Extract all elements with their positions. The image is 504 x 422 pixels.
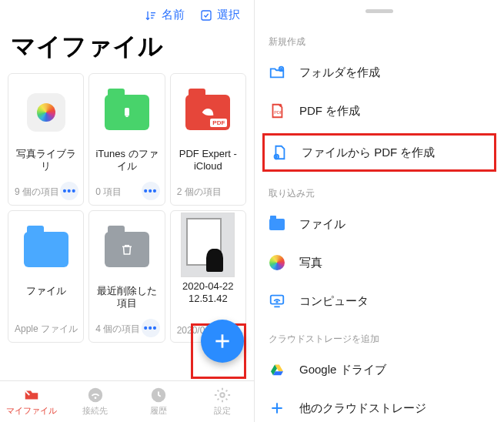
pdf-plus-icon: PDF — [269, 102, 285, 119]
tab-settings[interactable]: 設定 — [191, 381, 255, 422]
myfiles-icon — [23, 387, 40, 404]
clock-icon — [150, 387, 167, 404]
file-itunes[interactable]: iTunes のファイル 0 項目 ••• — [88, 73, 165, 206]
file-apple-files[interactable]: ファイル Apple ファイル — [8, 210, 84, 343]
svg-point-17 — [220, 393, 225, 397]
section-header-import: 取り込み元 — [255, 175, 504, 205]
svg-point-14 — [88, 388, 102, 402]
sort-icon — [145, 9, 157, 22]
check-square-icon — [200, 9, 212, 22]
import-computer[interactable]: コンピュータ — [255, 282, 504, 320]
svg-text:PDF: PDF — [274, 110, 283, 115]
folder-icon: PDF — [185, 95, 230, 130]
folder-icon — [24, 232, 68, 267]
svg-point-15 — [94, 397, 96, 399]
monitor-icon — [269, 293, 285, 310]
svg-rect-11 — [125, 116, 128, 118]
plus-icon — [212, 331, 232, 351]
select-button[interactable]: 選択 — [200, 8, 240, 22]
file-pdfexpert-icloud[interactable]: PDF PDF Expert - iCloud 2 個の項目 — [170, 73, 246, 206]
action-sheet: 新規作成 フォルダを作成 PDF PDF を作成 ファイルから PDF を作成 … — [255, 0, 504, 422]
file-browser-pane: 名前 選択 マイファイル 写真ライブラリ 9 個の項目 ••• iTunes の… — [0, 0, 255, 422]
section-header-cloud: クラウドストレージを追加 — [255, 320, 504, 350]
file-trash[interactable]: 最近削除した項目 4 個の項目 ••• — [88, 210, 165, 343]
folder-icon — [105, 95, 149, 130]
gear-icon — [214, 387, 231, 404]
svg-rect-10 — [125, 108, 129, 116]
select-label: 選択 — [217, 8, 240, 22]
import-photos[interactable]: 写真 — [255, 243, 504, 282]
photos-app-icon — [27, 93, 65, 132]
import-files[interactable]: ファイル — [255, 205, 504, 243]
toolbar: 名前 選択 — [0, 0, 254, 25]
more-button[interactable]: ••• — [142, 319, 160, 337]
folder-icon — [269, 216, 285, 233]
image-thumbnail — [181, 213, 235, 277]
folder-plus-icon — [269, 64, 285, 81]
sort-button[interactable]: 名前 — [145, 8, 185, 22]
file-plus-icon — [271, 144, 288, 161]
file-photo-library[interactable]: 写真ライブラリ 9 個の項目 ••• — [8, 73, 84, 206]
tab-myfiles[interactable]: マイファイル — [0, 381, 64, 422]
more-button[interactable]: ••• — [142, 182, 160, 200]
cloud-add-other[interactable]: 他のクラウドストレージ — [255, 389, 504, 422]
wifi-icon — [87, 387, 104, 404]
sort-label: 名前 — [162, 8, 185, 22]
add-button[interactable] — [201, 320, 244, 363]
folder-icon — [105, 232, 149, 267]
action-create-pdf[interactable]: PDF PDF を作成 — [255, 92, 504, 130]
page-title: マイファイル — [0, 25, 254, 73]
action-create-folder[interactable]: フォルダを作成 — [255, 53, 504, 92]
tab-bar: マイファイル 接続先 履歴 設定 — [0, 380, 254, 422]
photos-icon — [269, 254, 285, 271]
fab-highlight — [191, 323, 246, 379]
sheet-handle[interactable] — [255, 5, 504, 23]
cloud-google-drive[interactable]: Google ドライブ — [255, 350, 504, 389]
tab-connections[interactable]: 接続先 — [64, 381, 128, 422]
plus-icon — [269, 400, 285, 417]
more-button[interactable]: ••• — [60, 182, 78, 200]
svg-point-29 — [276, 301, 277, 302]
google-drive-icon — [269, 361, 285, 378]
trash-icon — [120, 243, 134, 256]
action-create-pdf-from-file[interactable]: ファイルから PDF を作成 — [262, 133, 496, 172]
svg-rect-9 — [202, 11, 211, 20]
section-header-create: 新規作成 — [255, 23, 504, 53]
tab-history[interactable]: 履歴 — [127, 381, 191, 422]
